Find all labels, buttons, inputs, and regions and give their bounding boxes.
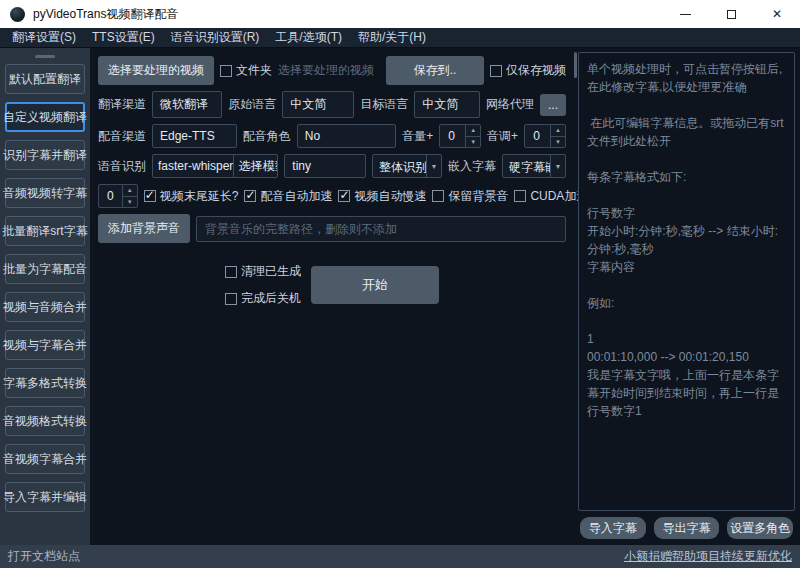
only-save-video-label: 仅保存视频 — [506, 62, 566, 79]
dub-role-select[interactable]: No — [297, 124, 396, 148]
checkbox-icon — [225, 293, 237, 305]
stepper-arrows-icon[interactable]: ▲▼ — [122, 185, 137, 207]
keep-background-audio-label: 保留背景音 — [448, 188, 508, 205]
source-language-label: 原始语言 — [228, 96, 276, 113]
video-extend-stepper[interactable]: 0 ▲▼ — [98, 184, 138, 208]
sidebar-item-import-subtitle-edit[interactable]: 导入字幕并编辑 — [5, 482, 85, 512]
model-select[interactable]: tiny — [284, 154, 366, 178]
volume-value: 0 — [440, 125, 465, 147]
dub-channel-select[interactable]: Edge-TTS — [152, 124, 237, 148]
main-form: 选择要处理的视频 文件夹 选择要处理的视频 保存到.. 仅保存视频 翻译渠道 微… — [90, 48, 572, 545]
title-bar: pyVideoTrans视频翻译配音 ✕ — [0, 0, 800, 28]
menu-tts-settings[interactable]: TTS设置(E) — [84, 27, 163, 48]
add-background-audio-button[interactable]: 添加背景声音 — [98, 214, 190, 243]
app-icon — [10, 7, 25, 22]
keep-background-audio-checkbox[interactable]: 保留背景音 — [432, 188, 508, 205]
background-music-path-input[interactable] — [196, 216, 566, 242]
recognition-mode-value: 整体识别 — [373, 155, 426, 177]
dub-role-label: 配音角色 — [243, 128, 291, 145]
sidebar-item-batch-translate-srt[interactable]: 批量翻译srt字幕 — [5, 216, 85, 246]
shutdown-after-finish-label: 完成后关机 — [241, 290, 301, 307]
import-subtitle-button[interactable]: 导入字幕 — [580, 517, 646, 539]
tts-row: 配音渠道 Edge-TTS 配音角色 No 音量+ 0 ▲▼ 音调+ 0 ▲▼ — [98, 124, 566, 148]
export-subtitle-button[interactable]: 导出字幕 — [654, 517, 720, 539]
sidebar-item-subtitle-format-convert[interactable]: 字幕多格式转换 — [5, 368, 85, 398]
save-to-button[interactable]: 保存到.. — [386, 56, 484, 85]
toolbar-drag-handle[interactable] — [35, 55, 55, 58]
donate-link[interactable]: 小额捐赠帮助项目持续更新优化 — [624, 548, 792, 565]
sidebar-item-custom-video-translate[interactable]: 自定义视频翻译 — [5, 102, 85, 132]
close-icon: ✕ — [772, 7, 782, 21]
pitch-label: 音调+ — [487, 128, 518, 145]
source-language-select[interactable]: 中文简 — [282, 91, 354, 118]
volume-stepper[interactable]: 0 ▲▼ — [439, 124, 481, 148]
target-language-select[interactable]: 中文简 — [414, 91, 480, 118]
start-button[interactable]: 开始 — [311, 266, 439, 304]
recognition-engine-select[interactable]: faster-whisper本地 选择模型 — [152, 154, 278, 178]
minimize-button[interactable] — [662, 0, 708, 28]
open-docs-link[interactable]: 打开文档站点 — [8, 548, 80, 565]
recognition-row: 语音识别 faster-whisper本地 选择模型 tiny 整体识别 ▼ 嵌… — [98, 154, 566, 178]
start-checkboxes: 清理已生成 完成后关机 — [225, 263, 301, 307]
video-extend-value: 0 — [99, 185, 122, 207]
shutdown-after-finish-checkbox[interactable]: 完成后关机 — [225, 290, 301, 307]
clear-generated-label: 清理已生成 — [241, 263, 301, 280]
bgm-row: 添加背景声音 — [98, 214, 566, 243]
menu-tools-options[interactable]: 工具/选项(T) — [267, 27, 350, 48]
sidebar-item-recognize-subtitle-translate[interactable]: 识别字幕并翻译 — [5, 140, 85, 170]
chevron-down-icon: ▼ — [550, 155, 565, 177]
pitch-stepper[interactable]: 0 ▲▼ — [524, 124, 566, 148]
menu-speech-recognition-settings[interactable]: 语音识别设置(R) — [163, 27, 268, 48]
video-end-extend-checkbox[interactable]: 视频末尾延长? — [144, 188, 239, 205]
maximize-button[interactable] — [708, 0, 754, 28]
translate-channel-select[interactable]: 微软翻译 — [152, 91, 222, 118]
window-controls: ✕ — [662, 0, 800, 28]
select-video-button[interactable]: 选择要处理的视频 — [98, 56, 214, 85]
video-auto-slowdown-checkbox[interactable]: 视频自动慢速 — [338, 188, 426, 205]
recognition-mode-select[interactable]: 整体识别 ▼ — [372, 154, 442, 178]
dub-channel-label: 配音渠道 — [98, 128, 146, 145]
sidebar-item-default-translate[interactable]: 默认配置翻译 — [5, 64, 85, 94]
options-row: 0 ▲▼ 视频末尾延长? 配音自动加速 视频自动慢速 保留背景音 — [98, 184, 566, 208]
menu-help-about[interactable]: 帮助/关于(H) — [350, 27, 434, 48]
sidebar-item-merge-video-subtitle[interactable]: 视频与字幕合并 — [5, 330, 85, 360]
clear-generated-checkbox[interactable]: 清理已生成 — [225, 263, 301, 280]
only-save-video-checkbox[interactable]: 仅保存视频 — [490, 62, 566, 79]
splitter-handle-icon — [574, 52, 577, 78]
menu-translate-settings[interactable]: 翻译设置(S) — [4, 27, 84, 48]
dub-auto-speedup-checkbox[interactable]: 配音自动加速 — [244, 188, 332, 205]
sidebar-item-audio-video-to-subtitle[interactable]: 音频视频转字幕 — [5, 178, 85, 208]
stepper-arrows-icon[interactable]: ▲▼ — [550, 125, 565, 147]
pitch-value: 0 — [525, 125, 550, 147]
video-auto-slowdown-label: 视频自动慢速 — [354, 188, 426, 205]
maximize-icon — [727, 10, 736, 19]
select-model-link[interactable]: 选择模型 — [234, 154, 278, 178]
app-window: pyVideoTrans视频翻译配音 ✕ 翻译设置(S) TTS设置(E) 语音… — [0, 0, 800, 568]
sidebar-item-av-subtitle-merge[interactable]: 音视频字幕合并 — [5, 444, 85, 474]
set-multi-role-button[interactable]: 设置多角色 — [727, 517, 793, 539]
video-end-extend-label: 视频末尾延长? — [160, 188, 239, 205]
close-button[interactable]: ✕ — [754, 0, 800, 28]
sidebar: 默认配置翻译 自定义视频翻译 识别字幕并翻译 音频视频转字幕 批量翻译srt字幕… — [0, 48, 90, 545]
subtitle-editor-area[interactable]: 单个视频处理时，可点击暂停按钮后,在此修改字幕,以便处理更准确 在此可编辑字幕信… — [578, 52, 795, 511]
embed-subtitle-select[interactable]: 硬字幕嵌 ▼ — [502, 154, 566, 178]
dub-auto-speedup-label: 配音自动加速 — [260, 188, 332, 205]
sidebar-item-av-format-convert[interactable]: 音视频格式转换 — [5, 406, 85, 436]
stepper-arrows-icon[interactable]: ▲▼ — [465, 125, 480, 147]
network-proxy-button[interactable]: ... — [540, 94, 566, 116]
start-row: 清理已生成 完成后关机 开始 — [98, 263, 566, 307]
minimize-icon — [680, 14, 691, 15]
translate-channel-label: 翻译渠道 — [98, 96, 146, 113]
volume-label: 音量+ — [402, 128, 433, 145]
chevron-down-icon: ▼ — [426, 155, 441, 177]
subtitle-panel: 单个视频处理时，可点击暂停按钮后,在此修改字幕,以便处理更准确 在此可编辑字幕信… — [578, 48, 800, 545]
checkbox-checked-icon — [338, 190, 350, 202]
network-proxy-label: 网络代理 — [486, 96, 534, 113]
recognition-engine-value: faster-whisper本地 — [153, 154, 233, 178]
folder-checkbox[interactable]: 文件夹 — [220, 62, 272, 79]
sidebar-item-merge-video-audio[interactable]: 视频与音频合并 — [5, 292, 85, 322]
folder-checkbox-label: 文件夹 — [236, 62, 272, 79]
translate-row: 翻译渠道 微软翻译 原始语言 中文简 目标语言 中文简 网络代理 ... — [98, 91, 566, 118]
selected-video-hint: 选择要处理的视频 — [278, 62, 380, 79]
sidebar-item-batch-dub-subtitle[interactable]: 批量为字幕配音 — [5, 254, 85, 284]
